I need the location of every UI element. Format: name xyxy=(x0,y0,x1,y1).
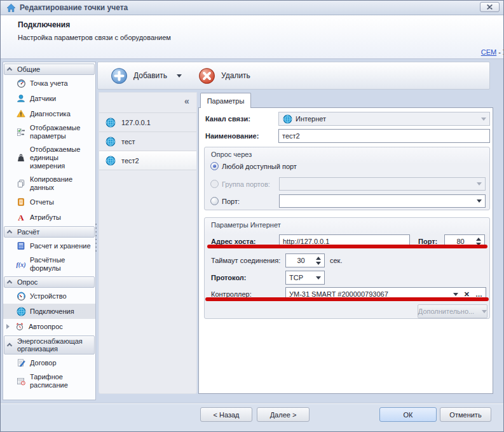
delete-button[interactable]: Удалить xyxy=(194,65,254,87)
add-icon xyxy=(111,67,128,84)
internet-group-title: Параметры Интернет xyxy=(211,221,281,229)
item-label: Отображаемые параметры xyxy=(30,124,94,140)
globe-icon xyxy=(106,137,116,147)
page-title: Подключения xyxy=(18,20,70,29)
item-label: Расчет и хранение xyxy=(30,242,91,250)
sidebar-item-calc-storage[interactable]: Расчет и хранение xyxy=(3,238,95,253)
sidebar-item-displayed-parameters[interactable]: Отображаемые параметры xyxy=(3,121,95,143)
cem-link-suffix: - У xyxy=(496,48,504,56)
protocol-combo[interactable]: TCP xyxy=(285,271,325,285)
dropdown-arrow-icon xyxy=(481,118,486,121)
ok-button[interactable]: ОК xyxy=(379,407,437,422)
sidebar-splitter-handle[interactable] xyxy=(95,224,97,253)
sidebar-item-data-copy[interactable]: Копирование данных xyxy=(3,173,95,194)
sidebar-item-connections[interactable]: Подключения xyxy=(3,304,95,319)
sidebar-item-metering-point[interactable]: Точка учета xyxy=(3,76,95,91)
cancel-button[interactable]: Отменить xyxy=(440,407,491,422)
item-label: Договор xyxy=(30,359,57,367)
list-item[interactable]: 127.0.0.1 xyxy=(99,113,196,132)
sidebar-group-polling[interactable]: Опрос xyxy=(4,276,95,288)
port-option-label: Порт: xyxy=(222,198,240,205)
letter-a-icon: A xyxy=(16,212,26,222)
globe-icon xyxy=(106,156,116,166)
calculator-icon xyxy=(16,241,26,251)
alarm-clock-icon xyxy=(15,321,25,332)
contract-icon xyxy=(16,358,26,368)
radio-port-group[interactable] xyxy=(210,180,219,188)
item-label: Устройство xyxy=(30,292,67,300)
collapse-panel-button[interactable]: « xyxy=(179,96,194,107)
checklist-icon xyxy=(16,127,26,137)
sidebar-group-general[interactable]: Общие xyxy=(4,64,95,75)
protocol-value: TCP xyxy=(289,274,303,281)
device-gauge-icon xyxy=(16,291,26,301)
next-button[interactable]: Далее > xyxy=(257,407,310,422)
sidebar: Общие Точка учета Датчики Диагностика От… xyxy=(3,62,96,400)
chevron-up-icon xyxy=(7,230,12,235)
sidebar-item-calc-formulas[interactable]: f(x) Расчётные формулы xyxy=(3,253,95,275)
list-item-label: 127.0.0.1 xyxy=(121,119,151,126)
timeout-unit: сек. xyxy=(330,257,343,264)
poll-group-box: Опрос через Любой доступный порт Группа … xyxy=(204,147,490,210)
port-group-label: Группа портов: xyxy=(222,180,270,188)
port-combo[interactable] xyxy=(279,194,486,208)
list-item[interactable]: тест xyxy=(99,132,196,151)
window-title: Редактирование точки учета xyxy=(20,3,128,12)
tab-parameters[interactable]: Параметры xyxy=(200,93,251,108)
sidebar-item-displayed-units[interactable]: Отображаемые единицы измерения xyxy=(3,143,95,173)
list-item-label: тест xyxy=(121,138,135,145)
timeout-value: 30 xyxy=(297,257,304,264)
spin-up-icon xyxy=(476,238,481,241)
port-group-combo[interactable] xyxy=(279,177,486,191)
group-label: Общие xyxy=(17,65,40,73)
channel-value: Интернет xyxy=(296,115,326,123)
poll-group-title: Опрос через xyxy=(211,151,252,158)
warning-icon xyxy=(16,109,26,119)
more-button[interactable]: Дополнительно... xyxy=(418,304,487,318)
name-label: Наименование: xyxy=(205,132,259,140)
spin-up-icon xyxy=(316,257,321,260)
item-label: Тарифное расписание xyxy=(30,373,94,389)
radio-port[interactable] xyxy=(210,197,219,205)
cem-link[interactable]: СЕМ xyxy=(481,48,496,56)
header-band: Подключения Настройка параметров связи с… xyxy=(1,15,503,59)
back-button[interactable]: < Назад xyxy=(200,407,252,422)
add-dropdown-icon[interactable] xyxy=(177,74,182,78)
radio-any-port[interactable] xyxy=(210,162,219,170)
protocol-label: Протокол: xyxy=(211,274,247,281)
sidebar-item-device[interactable]: Устройство xyxy=(3,288,95,304)
dropdown-arrow-icon[interactable] xyxy=(453,293,458,296)
page-subtitle: Настройка параметров связи с оборудовани… xyxy=(18,34,171,41)
name-value: тест2 xyxy=(282,132,300,140)
chevron-up-icon xyxy=(7,280,12,285)
timeout-spinner[interactable]: 30 xyxy=(285,253,325,267)
item-label: Отображаемые единицы измерения xyxy=(30,145,94,170)
formula-icon: f(x) xyxy=(16,259,26,269)
group-label: Опрос xyxy=(17,278,37,286)
sidebar-item-contract[interactable]: Договор xyxy=(3,355,95,370)
title-bar: Редактирование точки учета xyxy=(1,1,503,15)
globe-icon xyxy=(16,306,26,316)
device-link-row: СЕМ - У xyxy=(481,48,504,56)
sidebar-group-energy-org[interactable]: Энергоснабжающая организация xyxy=(4,335,95,354)
globe-icon xyxy=(282,114,292,124)
name-input[interactable]: тест2 xyxy=(278,129,490,143)
delete-label: Удалить xyxy=(221,71,250,80)
sidebar-item-tariff-schedule[interactable]: Тарифное расписание xyxy=(3,370,95,392)
spin-down-icon xyxy=(316,262,321,265)
spin-buttons[interactable] xyxy=(313,257,321,265)
sidebar-item-diagnostics[interactable]: Диагностика xyxy=(3,106,95,121)
list-item-selected[interactable]: тест2 xyxy=(99,151,196,170)
sidebar-item-reports[interactable]: Отчеты xyxy=(3,194,95,210)
parameters-tab-page: Канал связи: Интернет Наименование: тест… xyxy=(198,107,493,394)
channel-combo[interactable]: Интернет xyxy=(278,112,490,126)
add-button[interactable]: Добавить xyxy=(107,65,186,87)
item-label: Автоопрос xyxy=(29,323,63,331)
expander-icon[interactable] xyxy=(6,324,10,329)
sidebar-item-attributes[interactable]: A Атрибуты xyxy=(3,210,95,225)
group-label: Расчёт xyxy=(17,228,39,236)
close-button[interactable] xyxy=(480,2,500,12)
sidebar-item-autopoll[interactable]: Автоопрос xyxy=(3,319,95,334)
sidebar-item-sensors[interactable]: Датчики xyxy=(3,91,95,106)
sidebar-group-calculation[interactable]: Расчёт xyxy=(4,226,95,238)
